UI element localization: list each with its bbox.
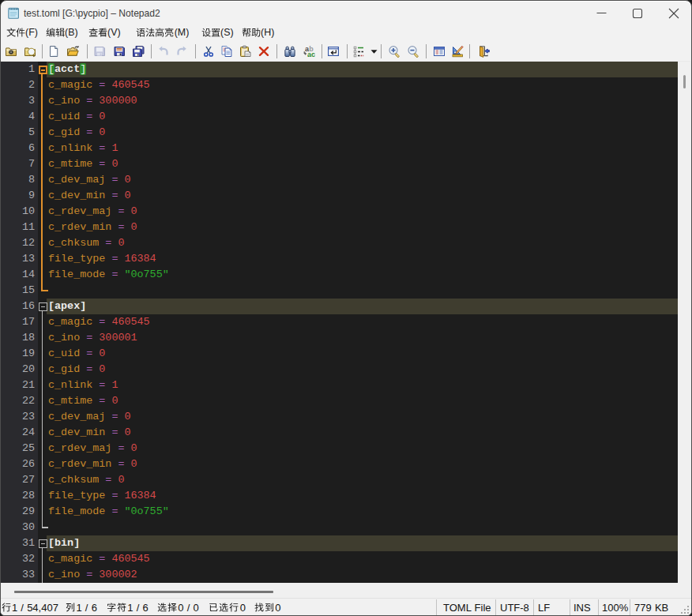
svg-text:ac: ac (307, 51, 315, 58)
